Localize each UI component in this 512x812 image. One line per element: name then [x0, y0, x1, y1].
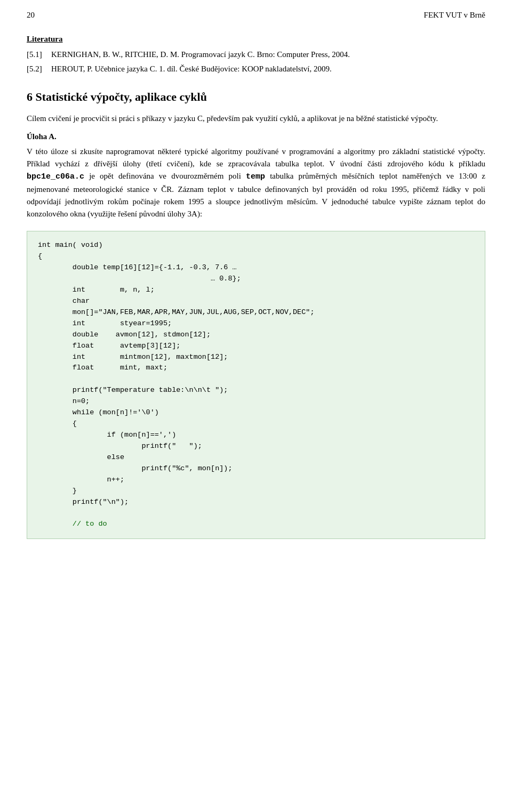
- ref-text-52: HEROUT, P. Učebnice jazyka C. 1. díl. Če…: [51, 63, 332, 75]
- code-block: int main( void) { double temp[16][12]={-…: [27, 231, 485, 539]
- literatura-heading: Literatura: [27, 35, 485, 44]
- chapter-number: 6: [27, 90, 33, 103]
- uloha-body: V této úloze si zkusíte naprogramovat ně…: [27, 146, 485, 221]
- chapter-title: Statistické výpočty, aplikace cyklů: [36, 90, 207, 103]
- code-comment-todo: // to do: [38, 520, 107, 528]
- ref-text-51: KERNIGHAN, B. W., RITCHIE, D. M. Program…: [51, 49, 350, 60]
- uloha-heading: Úloha A.: [27, 132, 485, 141]
- chapter-intro: Cílem cvičení je procvičit si práci s př…: [27, 112, 485, 125]
- chapter-heading: 6 Statistické výpočty, aplikace cyklů: [27, 90, 485, 105]
- ref-number-51: [5.1]: [27, 49, 46, 60]
- page-header: 20 FEKT VUT v Brně: [27, 11, 485, 22]
- page-title: FEKT VUT v Brně: [424, 11, 485, 20]
- page-number: 20: [27, 11, 35, 20]
- ref-number-52: [5.2]: [27, 63, 46, 75]
- code-line-1: int main( void) { double temp[16][12]={-…: [38, 241, 314, 528]
- ref-item-52: [5.2] HEROUT, P. Učebnice jazyka C. 1. d…: [27, 63, 485, 75]
- ref-item-51: [5.1] KERNIGHAN, B. W., RITCHIE, D. M. P…: [27, 49, 485, 60]
- literatura-section: Literatura [5.1] KERNIGHAN, B. W., RITCH…: [27, 35, 485, 75]
